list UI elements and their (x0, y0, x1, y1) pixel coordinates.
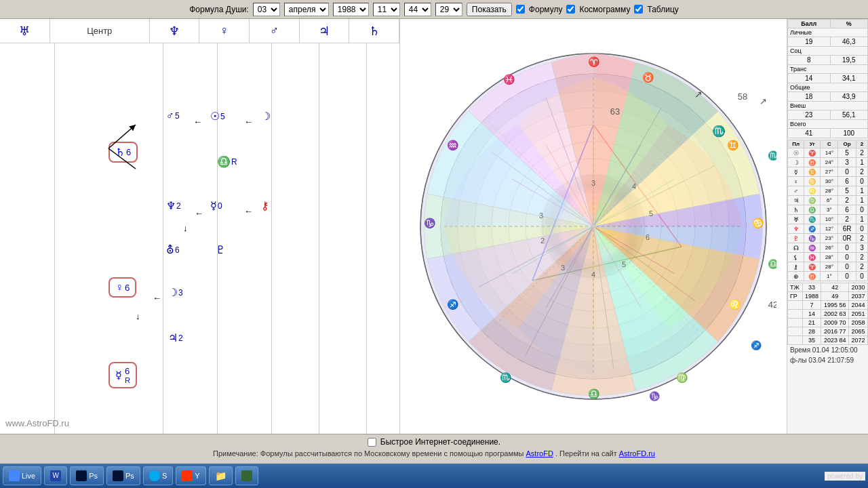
planet-row-node: ☊♒26°03 (788, 243, 868, 253)
watermark: www.AstroFD.ru (5, 418, 69, 428)
cb-formula-label: Формулу (529, 5, 563, 14)
mercury-box: ☿ 6 R (108, 362, 137, 388)
svg-text:4: 4 (591, 270, 595, 279)
astrology-chart: ♈ ♉ ♊ ♋ ♌ ♍ ♎ ♏ ♐ ♑ ♒ ♓ 3 4 5 6 5 4 3 2 … (410, 43, 776, 409)
taskbar-y[interactable]: Y (176, 466, 205, 485)
personal-score: 19 (788, 37, 831, 47)
cb-table-label: Таблицу (647, 5, 678, 14)
svg-line-1 (108, 148, 136, 169)
mercury-free: ☿ 0 (210, 199, 222, 212)
planet-row-mars: ♂♌28°51 (788, 186, 868, 196)
col-saturn: ♄ (349, 19, 399, 43)
formula-label: Формула Души: (189, 5, 249, 14)
left-panel: ♅ Центр ♆ ♀ ♂ ♃ ♄ ♄ 6 (0, 19, 400, 434)
planet-row-uranus: ♅♏10°21 (788, 215, 868, 224)
taskbar-live[interactable]: Live (3, 466, 41, 485)
svg-text:↗: ↗ (760, 96, 767, 106)
planet-row-sun: ☉♈14°52 (788, 148, 868, 158)
taskbar-folder[interactable]: 📁 (209, 466, 233, 485)
svg-text:♎: ♎ (588, 388, 600, 400)
svg-text:♈: ♈ (588, 56, 600, 68)
row-personal: Личные (788, 28, 868, 37)
svg-text:4: 4 (632, 182, 636, 190)
percent-header: % (830, 20, 867, 28)
venus-symbol: ♀ (115, 281, 123, 293)
taskbar-ps1[interactable]: Ps (70, 466, 104, 485)
cb-cosmo[interactable] (566, 5, 575, 14)
planet-row-venus: ♀♋30°60 (788, 177, 868, 186)
fast-internet-cb[interactable] (368, 438, 376, 447)
row-social: Соц (788, 47, 868, 56)
svg-text:♑: ♑ (649, 390, 660, 402)
time-info2: ф-лы 03.04 21:07:59 (787, 355, 868, 365)
score-header: Балл (788, 20, 831, 28)
powered-by: powered by (825, 472, 865, 481)
venus-box: ♀ 6 (108, 277, 136, 298)
planet-row-moon: ☽♉24°31 (788, 158, 868, 167)
taskbar-app[interactable] (235, 466, 258, 485)
svg-text:♒: ♒ (447, 140, 459, 151)
second-select[interactable]: 29 (435, 3, 462, 16)
cb-table[interactable] (634, 5, 643, 14)
planet-detail-table: Пл Уг С Ор 2 ☉♈14°52 ☽♉24°31 ☿♊27°02 ♀♋3… (787, 140, 868, 281)
note-text: Примечание: Формулы рассчитываются по Мо… (213, 449, 524, 458)
month-select[interactable]: апреля (284, 3, 329, 16)
row-total: Всего (788, 120, 868, 129)
arrow3: ← (244, 206, 253, 216)
col-neptune: ♆ (150, 19, 200, 43)
arrows-svg (108, 111, 176, 179)
planet-row-neptune: ♆♐12°6R0 (788, 224, 868, 234)
pluto-free: ♇ (216, 243, 225, 256)
mercury-box-num: 6 (125, 366, 130, 376)
taskbar-word[interactable]: W (44, 466, 67, 485)
fast-internet-label: Быстрое Интернет-соединение. (380, 437, 500, 447)
col-center: Центр (50, 19, 150, 43)
summary-table: ТЖ33422030 ГР1988492037 71995 562044 142… (787, 283, 868, 345)
note-text2: . Перейти на сайт (555, 449, 617, 458)
col-venus: ♀ (199, 19, 250, 43)
top-bar: Формула Души: 03 апреля 1988 11 44 29 По… (0, 0, 868, 19)
taskbar: Live W Ps Ps S Y 📁 powered by (0, 464, 868, 488)
planet-row-lilith: ⚸♓28°02 (788, 253, 868, 262)
astrofd-link1[interactable]: AstroFD (526, 449, 553, 458)
planet-row-saturn: ♄♎3°60 (788, 205, 868, 215)
svg-text:♐: ♐ (447, 299, 459, 310)
svg-text:42: 42 (768, 300, 776, 310)
svg-text:♏: ♏ (500, 372, 512, 384)
svg-text:↗: ↗ (694, 89, 703, 100)
mercury-box-r: R (125, 376, 130, 384)
planet-row-pluto: ♇♑23°0R2 (788, 234, 868, 243)
jupiter-free: ♃ 2 (168, 331, 183, 344)
svg-text:5: 5 (649, 209, 653, 218)
svg-text:63: 63 (610, 106, 620, 117)
svg-text:♍: ♍ (676, 372, 688, 384)
score-table: Балл % Личные 19 46,3 Соц 8 19,5 Транс 1… (787, 19, 868, 138)
cb-cosmo-label: Космограмму (579, 5, 630, 14)
taskbar-skype[interactable]: S (143, 466, 173, 485)
svg-text:♋: ♋ (752, 218, 764, 229)
svg-text:58: 58 (738, 92, 747, 102)
formula-area: ♄ 6 ♂ 5 ☉ 5 ☽ ← ← (0, 43, 399, 434)
arrow6: ← (153, 293, 161, 303)
libra-r: ♎ R (217, 155, 237, 168)
svg-text:♏: ♏ (768, 150, 776, 161)
year-select[interactable]: 1988 (333, 3, 369, 16)
show-button[interactable]: Показать (467, 3, 512, 16)
astrofd-link2[interactable]: AstroFD.ru (619, 449, 655, 458)
moon-free: ☽ (261, 110, 271, 123)
minute-select[interactable]: 44 (404, 3, 431, 16)
planet-row-chiron: ⚷♈28°02 (788, 262, 868, 272)
svg-line-0 (108, 125, 136, 148)
taskbar-ps2[interactable]: Ps (106, 466, 140, 485)
svg-text:♐: ♐ (751, 340, 762, 351)
moon-free2: ☽ 3 (168, 286, 183, 299)
cb-formula[interactable] (516, 5, 525, 14)
day-select[interactable]: 03 (253, 3, 280, 16)
svg-text:♌: ♌ (729, 299, 741, 310)
hour-select[interactable]: 11 (373, 3, 400, 16)
svg-text:5: 5 (622, 260, 626, 268)
uranus-free: ⛢ 6 (166, 243, 180, 256)
planet-row-mercury: ☿♊27°02 (788, 167, 868, 177)
svg-text:♓: ♓ (503, 74, 515, 85)
svg-text:2: 2 (540, 237, 545, 245)
